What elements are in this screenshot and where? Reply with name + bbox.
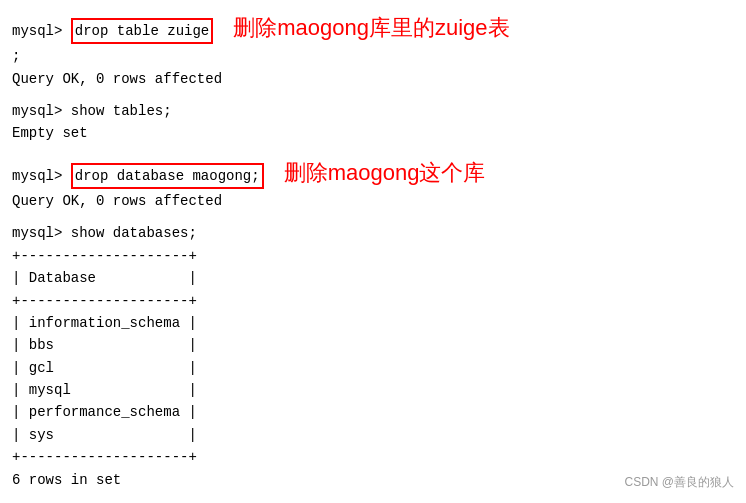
row-info-schema: | information_schema | (12, 312, 197, 334)
table-row-mysql: | mysql | (12, 379, 734, 401)
cmd-show-tables: show tables; (71, 100, 172, 122)
row-performance-schema: | performance_schema | (12, 401, 197, 423)
line-show-tables: mysql> show tables; (12, 100, 734, 122)
watermark: CSDN @善良的狼人 (624, 474, 734, 491)
line-show-databases: mysql> show databases; (12, 222, 734, 244)
annotation-drop-table: 删除maogong库里的zuige表 (233, 10, 509, 45)
table-row-info-schema: | information_schema | (12, 312, 734, 334)
row-mysql: | mysql | (12, 379, 197, 401)
spacer-1 (12, 90, 734, 100)
line-empty-set: Empty set (12, 122, 734, 144)
table-row-sys: | sys | (12, 424, 734, 446)
line-query-ok-1: Query OK, 0 rows affected (12, 68, 734, 90)
cmd-show-databases: show databases; (71, 222, 197, 244)
terminal-output: mysql> drop table zuige删除maogong库里的zuige… (0, 0, 746, 503)
line-table-header: | Database | (12, 267, 734, 289)
prompt-2: mysql> (12, 100, 71, 122)
prompt-4: mysql> (12, 222, 71, 244)
prompt-3: mysql> (12, 165, 71, 187)
spacer-2 (12, 145, 734, 155)
spacer-4 (12, 491, 734, 501)
table-divider-top: +--------------------+ (12, 245, 197, 267)
line-drop-database: mysql> drop database maogong;删除maogong这个… (12, 155, 734, 190)
semicolon: ; (12, 45, 20, 67)
annotation-drop-database: 删除maogong这个库 (284, 155, 486, 190)
table-row-gcl: | gcl | (12, 357, 734, 379)
line-drop-table: mysql> drop table zuige删除maogong库里的zuige… (12, 10, 734, 45)
empty-set: Empty set (12, 122, 88, 144)
table-divider-mid: +--------------------+ (12, 290, 197, 312)
rows-in-set: 6 rows in set (12, 469, 121, 491)
row-gcl: | gcl | (12, 357, 197, 379)
cmd-drop-table: drop table zuige (71, 18, 213, 44)
query-ok-2: Query OK, 0 rows affected (12, 190, 222, 212)
line-query-ok-2: Query OK, 0 rows affected (12, 190, 734, 212)
prompt-1: mysql> (12, 20, 71, 42)
table-row-perf-schema: | performance_schema | (12, 401, 734, 423)
line-table-bottom: +--------------------+ (12, 446, 734, 468)
row-bbs: | bbs | (12, 334, 197, 356)
spacer-3 (12, 212, 734, 222)
line-table-mid: +--------------------+ (12, 290, 734, 312)
query-ok-1: Query OK, 0 rows affected (12, 68, 222, 90)
cmd-drop-database: drop database maogong; (71, 163, 264, 189)
row-sys: | sys | (12, 424, 197, 446)
line-table-top: +--------------------+ (12, 245, 734, 267)
table-header-cell: | Database | (12, 267, 197, 289)
table-divider-bottom: +--------------------+ (12, 446, 197, 468)
table-row-bbs: | bbs | (12, 334, 734, 356)
line-semicolon: ; (12, 45, 734, 67)
